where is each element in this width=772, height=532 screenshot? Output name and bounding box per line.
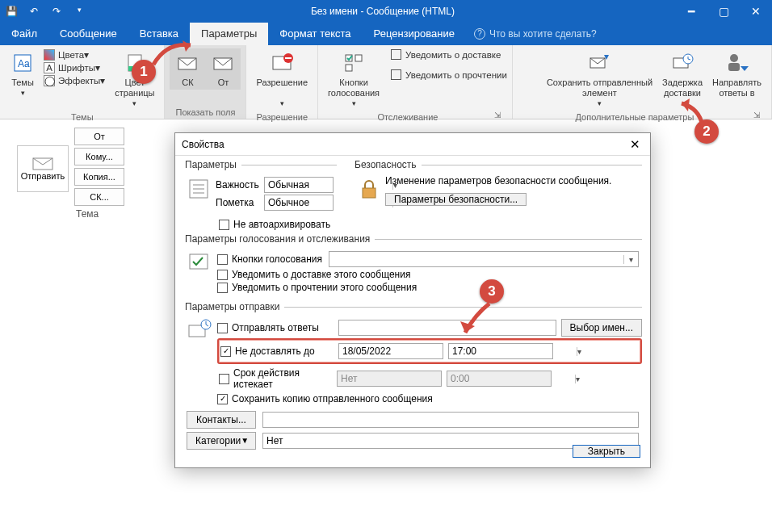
params-icon bbox=[187, 177, 211, 201]
maximize-button[interactable]: ▢ bbox=[707, 5, 740, 18]
sensitivity-label: Пометка bbox=[216, 197, 264, 208]
more-options-launcher-icon[interactable]: ⇲ bbox=[753, 111, 765, 122]
tell-me[interactable]: ? Что вы хотите сделать? bbox=[466, 23, 597, 45]
send-button[interactable]: Отправить bbox=[17, 145, 69, 192]
categories-button[interactable]: Категории▼ bbox=[187, 432, 256, 450]
tab-file[interactable]: Файл bbox=[0, 23, 48, 45]
defer-check[interactable]: ✓ bbox=[220, 346, 231, 357]
security-settings-button[interactable]: Параметры безопасности... bbox=[385, 193, 527, 206]
contacts-button[interactable]: Контакты... bbox=[187, 411, 256, 429]
tab-format[interactable]: Формат текста bbox=[268, 23, 362, 45]
tracking-launcher-icon[interactable]: ⇲ bbox=[494, 111, 506, 122]
redo-icon[interactable]: ↷ bbox=[45, 6, 68, 17]
svg-point-15 bbox=[730, 54, 738, 62]
window-title: Без имени - Сообщение (HTML) bbox=[90, 6, 675, 17]
request-delivery-receipt[interactable]: Уведомить о доставке bbox=[391, 48, 507, 61]
to-field-button[interactable]: Кому... bbox=[74, 148, 124, 165]
group-permission: Разрешение▾ Разрешение bbox=[246, 45, 318, 119]
lock-icon bbox=[356, 177, 380, 201]
themes-button[interactable]: Aa Темы ▾ bbox=[5, 48, 40, 100]
permission-button[interactable]: Разрешение▾ bbox=[251, 48, 313, 111]
save-copy-check[interactable]: ✓ bbox=[217, 394, 228, 404]
chevron-down-icon: ▾ bbox=[577, 347, 581, 356]
undo-icon[interactable]: ↶ bbox=[23, 6, 45, 17]
from-icon bbox=[210, 50, 236, 76]
svg-rect-10 bbox=[355, 55, 362, 61]
colors-icon bbox=[44, 49, 55, 61]
themes-icon: Aa bbox=[10, 50, 36, 76]
sensitivity-dropdown[interactable]: ▾ bbox=[264, 195, 334, 211]
defer-delivery-row: ✓ Не доставлять до ▾ ▾ bbox=[217, 338, 642, 364]
delivery-icon bbox=[187, 317, 212, 343]
dialog-title: Свойства bbox=[182, 139, 224, 150]
dialog-close-action-button[interactable]: Закрыть bbox=[573, 445, 640, 458]
cc-field-button[interactable]: Копия... bbox=[74, 168, 124, 186]
send-icon bbox=[31, 157, 54, 171]
defer-date-picker[interactable]: ▾ bbox=[338, 343, 443, 359]
tab-message[interactable]: Сообщение bbox=[48, 23, 128, 45]
tab-options[interactable]: Параметры bbox=[190, 23, 268, 45]
minimize-button[interactable]: ━ bbox=[675, 5, 707, 18]
importance-dropdown[interactable]: ▾ bbox=[264, 177, 334, 193]
effects-button[interactable]: ◯Эффекты ▾ bbox=[44, 74, 105, 87]
bulb-icon: ? bbox=[474, 28, 485, 40]
qat-dropdown-icon[interactable]: ▾ bbox=[68, 6, 90, 17]
expires-time-picker: ▾ bbox=[447, 371, 552, 387]
delay-icon bbox=[669, 50, 695, 76]
tab-review[interactable]: Рецензирование bbox=[363, 23, 466, 45]
request-read-receipt[interactable]: Уведомить о прочтении bbox=[391, 69, 507, 81]
importance-label: Важность bbox=[216, 179, 264, 191]
from-field-button[interactable]: От bbox=[74, 128, 124, 145]
send-replies-input[interactable] bbox=[338, 320, 556, 336]
voting-check[interactable] bbox=[217, 254, 228, 265]
contacts-input[interactable] bbox=[262, 412, 639, 428]
svg-text:Aa: Aa bbox=[18, 58, 30, 69]
effects-icon: ◯ bbox=[44, 75, 55, 86]
voting-icon bbox=[187, 249, 212, 275]
svg-rect-11 bbox=[346, 65, 352, 71]
dialog-close-button[interactable]: ✕ bbox=[626, 136, 644, 153]
security-text: Изменение параметров безопасности сообще… bbox=[385, 175, 611, 186]
save-sent-icon bbox=[586, 50, 612, 76]
svg-rect-16 bbox=[728, 63, 740, 71]
read-receipt-check[interactable] bbox=[217, 283, 228, 293]
ribbon-tabs: Файл Сообщение Вставка Параметры Формат … bbox=[0, 23, 772, 45]
expires-date-picker: ▾ bbox=[337, 371, 442, 387]
colors-button[interactable]: Цвета ▾ bbox=[44, 48, 105, 61]
ribbon: Aa Темы ▾ Цвета ▾ AШрифты ▾ ◯Эффекты ▾ Ц… bbox=[0, 45, 772, 119]
from-button[interactable]: От bbox=[205, 48, 241, 90]
save-sent-button[interactable]: Сохранить отправленный элемент ▾ bbox=[542, 48, 657, 111]
send-replies-check[interactable] bbox=[217, 323, 228, 333]
direct-replies-button[interactable]: Направлять ответы в bbox=[707, 48, 766, 100]
title-bar: 💾 ↶ ↷ ▾ Без имени - Сообщение (HTML) ━ ▢… bbox=[0, 0, 772, 23]
properties-dialog: Свойства ✕ Параметры Важность ▾ Пометка … bbox=[174, 132, 651, 468]
chevron-down-icon: ▾ bbox=[623, 255, 638, 264]
group-tracking: Кнопки голосования ▾ Уведомить о доставк… bbox=[318, 45, 513, 119]
save-icon[interactable]: 💾 bbox=[0, 6, 23, 17]
defer-time-picker[interactable]: ▾ bbox=[448, 343, 553, 359]
close-button[interactable]: ✕ bbox=[740, 5, 772, 18]
fonts-button[interactable]: AШрифты ▾ bbox=[44, 61, 105, 74]
no-autoarchive-check[interactable] bbox=[219, 220, 229, 230]
select-names-button[interactable]: Выбор имен... bbox=[561, 319, 642, 337]
direct-replies-icon bbox=[724, 50, 750, 76]
bcc-field-button[interactable]: СК... bbox=[74, 188, 124, 206]
voting-button[interactable]: Кнопки голосования ▾ bbox=[323, 48, 384, 111]
group-more-options: Сохранить отправленный элемент ▾ Задержк… bbox=[513, 45, 772, 119]
svg-rect-22 bbox=[363, 188, 376, 198]
expires-check[interactable] bbox=[219, 374, 229, 384]
delivery-receipt-check[interactable] bbox=[217, 270, 228, 280]
voting-icon bbox=[341, 50, 367, 76]
delay-delivery-button[interactable]: Задержка доставки bbox=[657, 48, 707, 100]
subject-label: Тема bbox=[74, 208, 124, 220]
svg-rect-8 bbox=[285, 57, 292, 59]
permission-icon bbox=[269, 50, 295, 76]
fonts-icon: A bbox=[44, 62, 55, 73]
voting-dropdown[interactable]: ▾ bbox=[329, 251, 639, 267]
